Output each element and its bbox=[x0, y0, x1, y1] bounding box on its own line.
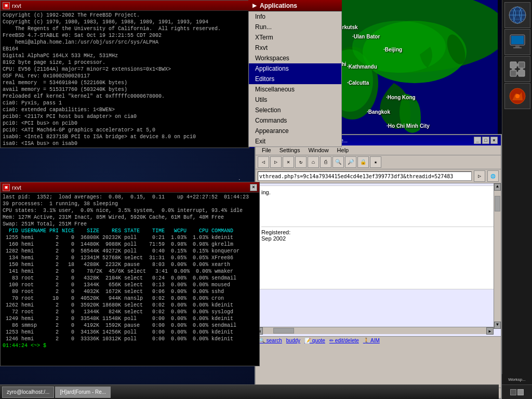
menu-item-utils[interactable]: Utils bbox=[249, 95, 341, 105]
browser-minimize-btn[interactable]: _ bbox=[474, 137, 481, 144]
svg-rect-18 bbox=[510, 70, 516, 76]
browser-maximize-btn[interactable]: □ bbox=[482, 137, 489, 144]
line: Digital AlphaPC 164LX 533 MHz, 531MHz bbox=[3, 52, 247, 59]
scroll-down-btn[interactable]: ▼ bbox=[494, 322, 501, 329]
puzzle-icon bbox=[508, 60, 527, 78]
proc-line: 134 hemi 2 0 12341M 52768K select 31:31 … bbox=[3, 255, 257, 261]
search-link[interactable]: 🔍 search bbox=[259, 338, 282, 343]
svg-point-21 bbox=[516, 72, 519, 75]
sidebar-puzzle-btn[interactable] bbox=[504, 56, 530, 82]
scroll-right-btn[interactable]: ▶ bbox=[486, 327, 494, 335]
reload-btn[interactable]: ↻ bbox=[295, 156, 307, 168]
quote-link[interactable]: 📝 quote bbox=[304, 338, 325, 343]
address-go-btn[interactable]: ▷ bbox=[474, 170, 485, 182]
menu-item-workspaces[interactable]: Workspaces bbox=[249, 53, 341, 63]
scroll-thumb-h[interactable] bbox=[273, 328, 294, 334]
applications-menu-title: Applications bbox=[260, 2, 297, 9]
line: The Regents of the University of Califor… bbox=[3, 25, 247, 32]
home-btn[interactable]: ⌂ bbox=[308, 156, 319, 168]
menu-item-editors[interactable]: Editors bbox=[249, 74, 341, 84]
forum-post-content: ing. Registered: Sep 2002 bbox=[258, 185, 499, 289]
process-header-line: last pid: 1352; load averages: 0.08, 0.1… bbox=[3, 194, 257, 201]
menu-item-selection[interactable]: Selection bbox=[249, 105, 341, 115]
menu-item-appearance[interactable]: Appearance bbox=[249, 126, 341, 136]
browser-menu-window[interactable]: Window bbox=[304, 147, 332, 154]
forward-btn[interactable]: ▷ bbox=[270, 156, 282, 168]
proc-line: 1249 hemi 2 0 33548K 11548K poll 0:00 0.… bbox=[3, 315, 257, 322]
terminal-bottom-close[interactable]: × bbox=[250, 184, 257, 191]
terminal-top-icon: ▣ bbox=[3, 2, 10, 9]
terminal-bottom-title: rxvt bbox=[12, 184, 250, 191]
sidebar-globe-btn[interactable] bbox=[504, 2, 530, 28]
map-label-ulanbator: ·Ulan Bator bbox=[352, 34, 380, 39]
menu-item-run[interactable]: Run... bbox=[249, 22, 341, 32]
browser-menu-file[interactable]: File bbox=[258, 147, 275, 154]
applications-menu[interactable]: ▶ Applications Info Run... XTerm Rxvt Wo… bbox=[248, 0, 342, 147]
browser-menu-settings[interactable]: Settings bbox=[275, 147, 304, 154]
taskbar-item-browser[interactable]: [H]ard|Forum - Re... bbox=[55, 387, 111, 398]
reg-date: Sep 2002 bbox=[261, 235, 286, 242]
edit-delete-link[interactable]: ✏ edit/delete bbox=[329, 338, 359, 343]
browser-titlebar-buttons: _ □ × bbox=[474, 137, 498, 144]
scroll-thumb-v[interactable] bbox=[495, 196, 500, 211]
terminal-bottom[interactable]: ▣ rxvt × last pid: 1352; load averages: … bbox=[0, 182, 260, 366]
workspace-1[interactable] bbox=[510, 389, 516, 395]
svg-rect-13 bbox=[511, 36, 524, 44]
terminal-bottom-titlebar: ▣ rxvt × bbox=[1, 182, 259, 193]
forum-toolbar: 🔍 search buddy 📝 quote ✏ edit/delete 🚶 A… bbox=[256, 336, 501, 344]
terminal-bottom-content: last pid: 1352; load averages: 0.08, 0.1… bbox=[1, 193, 259, 366]
bookmark-btn[interactable]: ★ bbox=[370, 156, 381, 168]
scroll-up-btn[interactable]: ▲ bbox=[494, 183, 501, 191]
menu-item-rxvt[interactable]: Rxvt bbox=[249, 43, 341, 53]
aim-link[interactable]: 🚶 AIM bbox=[363, 338, 380, 343]
proc-line: 72 root 2 0 1344K 824K select 0:02 0.00%… bbox=[3, 309, 257, 315]
zoom-in-btn[interactable]: 🔍 bbox=[332, 156, 344, 168]
scrollbar-h[interactable]: ◀ ▶ bbox=[256, 327, 494, 334]
proc-line: 160 hemi 2 0 14480K 9088K poll 71:59 0.9… bbox=[3, 241, 257, 248]
menu-item-xterm[interactable]: XTerm bbox=[249, 32, 341, 43]
sidebar-workspace-btn[interactable] bbox=[504, 83, 530, 109]
line: avail memory = 515317760 (503240K bytes) bbox=[3, 86, 247, 93]
print-btn[interactable]: ⎙ bbox=[320, 156, 331, 168]
terminal-bottom-icon: ▣ bbox=[3, 184, 10, 191]
browser-close-btn[interactable]: × bbox=[490, 137, 498, 144]
terminal-top-content: Copyright (c) 1992-2002 The FreeBSD Proj… bbox=[1, 11, 249, 148]
zoom-out-btn[interactable]: 🔎 bbox=[345, 156, 356, 168]
menu-item-miscellaneous[interactable]: Miscellaneous bbox=[249, 84, 341, 95]
taskbar-item-terminal[interactable]: zyro@localhost:/... bbox=[2, 387, 54, 398]
menu-item-exit[interactable]: Exit bbox=[249, 136, 341, 147]
sidebar-monitor-btn[interactable] bbox=[504, 29, 530, 55]
menu-item-info[interactable]: Info bbox=[249, 11, 341, 22]
browser-menu-help[interactable]: Help bbox=[333, 147, 353, 154]
address-bar[interactable] bbox=[258, 171, 472, 181]
proc-line: 1246 hemi 2 0 33336K 10312K poll 0:00 0.… bbox=[3, 336, 257, 342]
line: de0: <Digital 21140A Fast Ethernet> port… bbox=[3, 147, 247, 148]
stop-btn[interactable]: ✕ bbox=[283, 156, 294, 168]
applications-menu-header[interactable]: ▶ Applications bbox=[248, 0, 342, 11]
monitor-icon bbox=[508, 33, 527, 51]
svg-point-22 bbox=[512, 68, 515, 71]
proc-line: 86 smmsp 2 0 4192K 1592K pause 0:00 0.00… bbox=[3, 322, 257, 329]
browser-window[interactable]: zyro@localhost:/.. [H]ard|Forum - Re... … bbox=[255, 134, 502, 399]
line: OSF PAL rev: 0x1000200020117 bbox=[3, 73, 247, 79]
terminal-top[interactable]: ▣ rxvt Copyright (c) 1992-2002 The FreeB… bbox=[0, 0, 249, 148]
menu-item-commands[interactable]: Commands bbox=[249, 115, 341, 126]
line: cia0: Pyxis, pass 1 bbox=[3, 100, 247, 107]
map-label-kathmandu: ·Kathmandu bbox=[347, 64, 377, 70]
proc-line: 83 root 2 0 4328K 2104K select 0:24 0.00… bbox=[3, 275, 257, 282]
proc-line: 1262 hemi 2 0 35920K 18680K select 0:02 … bbox=[3, 302, 257, 309]
registered-label: Registered: bbox=[261, 229, 290, 235]
line: CPU: EV56 (21164A) major=7 minor=2 exten… bbox=[3, 66, 247, 73]
proc-line: 1253 hemi 2 0 34136K 14256K poll 0:00 0.… bbox=[3, 329, 257, 336]
back-btn[interactable]: ◁ bbox=[258, 156, 269, 168]
line: isa0: <ISA bus> on isab0 bbox=[3, 140, 247, 147]
scrollbar-v[interactable]: ▲ ▼ bbox=[494, 183, 501, 329]
svg-rect-15 bbox=[513, 47, 522, 48]
workspace-2[interactable] bbox=[517, 389, 524, 395]
line: Copyright (c) 1979, 1980, 1983, 1986, 19… bbox=[3, 19, 247, 25]
line: hemi@alpha.home.lan:/usr/obj/usr/src/sys… bbox=[3, 39, 247, 46]
menu-item-applications[interactable]: Applications bbox=[249, 63, 341, 74]
security-btn[interactable]: 🔒 bbox=[357, 156, 369, 168]
buddy-link[interactable]: buddy bbox=[286, 338, 300, 343]
svg-rect-16 bbox=[510, 62, 516, 68]
